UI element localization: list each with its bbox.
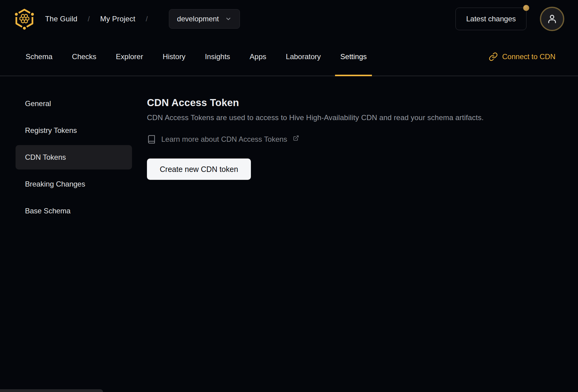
latest-changes-label: Latest changes [466, 15, 516, 23]
breadcrumb-project[interactable]: My Project [100, 15, 135, 23]
settings-sidebar: General Registry Tokens CDN Tokens Break… [16, 91, 132, 223]
breadcrumb: The Guild / My Project / [45, 15, 158, 23]
tab-apps[interactable]: Apps [244, 38, 272, 76]
chevron-down-icon [225, 16, 232, 22]
cdn-tokens-panel: CDN Access Token CDN Access Tokens are u… [132, 76, 578, 180]
user-avatar-button[interactable] [540, 7, 564, 31]
sidebar-item-base-schema[interactable]: Base Schema [16, 199, 132, 223]
connect-to-cdn-label: Connect to CDN [502, 52, 555, 61]
sidebar-item-general[interactable]: General [16, 91, 132, 116]
sidebar-item-cdn-tokens[interactable]: CDN Tokens [16, 145, 132, 169]
settings-content: General Registry Tokens CDN Tokens Break… [0, 76, 578, 223]
sidebar-item-breaking-changes[interactable]: Breaking Changes [16, 172, 132, 196]
hive-logo-icon[interactable] [13, 8, 35, 30]
tab-explorer[interactable]: Explorer [111, 38, 148, 76]
tab-insights[interactable]: Insights [200, 38, 235, 76]
latest-changes-button[interactable]: Latest changes [455, 8, 526, 30]
notification-dot [523, 5, 529, 11]
learn-more-link[interactable]: Learn more about CDN Access Tokens [147, 135, 299, 144]
user-icon [546, 13, 558, 25]
breadcrumb-separator: / [146, 15, 148, 23]
tab-schema[interactable]: Schema [20, 38, 58, 76]
learn-more-label: Learn more about CDN Access Tokens [161, 135, 287, 144]
tab-laboratory[interactable]: Laboratory [281, 38, 326, 76]
external-link-icon [293, 135, 299, 141]
tab-history[interactable]: History [157, 38, 191, 76]
book-icon [147, 135, 156, 144]
sidebar-item-registry-tokens[interactable]: Registry Tokens [16, 118, 132, 143]
page-description: CDN Access Tokens are used to access to … [147, 113, 555, 122]
tab-bar: Schema Checks Explorer History Insights … [0, 38, 578, 76]
header: The Guild / My Project / development Lat… [0, 0, 578, 38]
tab-settings[interactable]: Settings [335, 38, 372, 76]
page-title: CDN Access Token [147, 97, 555, 109]
link-icon [489, 52, 498, 61]
create-cdn-token-button[interactable]: Create new CDN token [147, 159, 251, 180]
target-selector-dropdown[interactable]: development [169, 9, 240, 29]
bottom-partial-toast[interactable] [0, 389, 103, 392]
breadcrumb-separator: / [88, 15, 90, 23]
tab-checks[interactable]: Checks [67, 38, 102, 76]
target-selector-value: development [177, 15, 219, 23]
connect-to-cdn-link[interactable]: Connect to CDN [489, 52, 555, 61]
breadcrumb-org[interactable]: The Guild [45, 15, 77, 23]
